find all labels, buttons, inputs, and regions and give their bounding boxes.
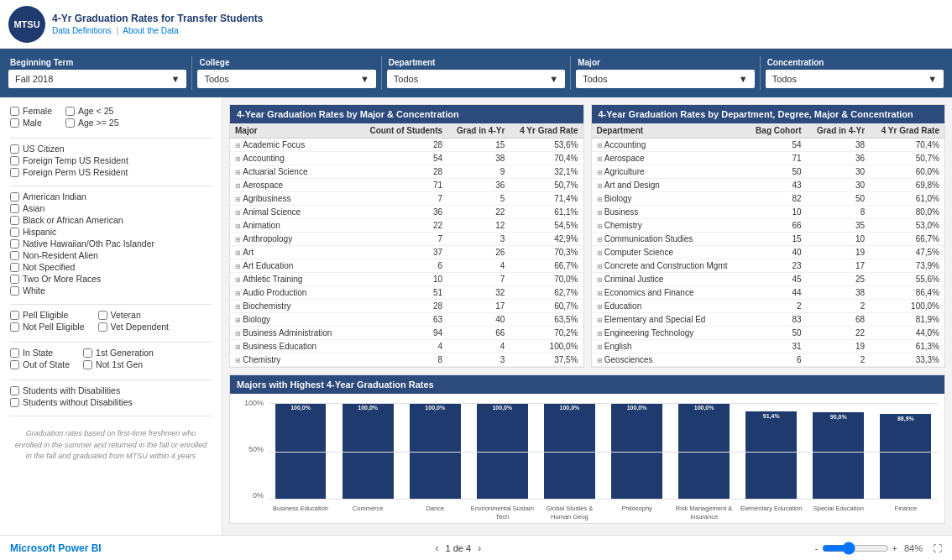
sidebar-item-asian[interactable]: Asian [10, 203, 212, 213]
bar-value-label: 100,0% [290, 405, 311, 411]
filter-divider-4 [760, 56, 761, 90]
table-row[interactable]: ⊞ Art372670,3% [230, 246, 583, 259]
sidebar-item-vet-dependent[interactable]: Vet Dependent [98, 322, 169, 332]
sidebar-item-not-first-gen[interactable]: Not 1st Gen [83, 359, 154, 369]
table1-col-major: Major [230, 123, 358, 139]
sidebar-item-first-gen[interactable]: 1st Generation [83, 348, 154, 358]
table-row[interactable]: ⊞ Agribusiness7571,4% [230, 192, 583, 206]
table-row[interactable]: ⊞ Actuarial Science28932,1% [230, 165, 583, 179]
sidebar-item-black-african[interactable]: Black or African American [10, 215, 212, 225]
sidebar-item-pell-eligible[interactable]: Pell Eligible [10, 310, 85, 320]
sidebar-item-hispanic[interactable]: Hispanic [10, 227, 212, 237]
bar-name-label: Elementary Education [740, 505, 803, 521]
table-row[interactable]: ⊞ Criminal Justice452555,6% [592, 273, 945, 286]
table-row[interactable]: ⊞ Communication Studies151066,7% [592, 233, 945, 246]
sidebar-item-male[interactable]: Male [10, 118, 52, 128]
table-row[interactable]: ⊞ Biochemistry281760,7% [230, 300, 583, 313]
sidebar-item-american-indian[interactable]: American Indian [10, 191, 212, 201]
table-row[interactable]: ⊞ Education22100,0% [592, 300, 945, 313]
table-dept-degree: 4-Year Graduation Rates by Department, D… [591, 104, 946, 368]
table-row[interactable]: ⊞ Business Administration946670,2% [230, 327, 583, 340]
header-links: Data Definitions | About the Data [52, 26, 263, 35]
table-row[interactable]: ⊞ Animal Science362261,1% [230, 206, 583, 219]
table-row[interactable]: ⊞ Concrete and Construction Mgmt231773,9… [592, 259, 945, 273]
sidebar-item-native-hawaiian[interactable]: Native Hawaiian/Oth Pac Islander [10, 238, 212, 249]
sidebar-item-out-of-state[interactable]: Out of State [10, 359, 70, 369]
sidebar-item-in-state[interactable]: In State [10, 348, 70, 358]
filter-college: College Todos ▼ [197, 58, 375, 88]
table-row[interactable]: ⊞ Accounting543870,4% [592, 139, 945, 152]
chart-y-label-50: 50% [237, 445, 264, 453]
sidebar-item-with-disability[interactable]: Students with Disabilities [10, 385, 212, 395]
zoom-slider[interactable] [822, 542, 889, 555]
table-row[interactable]: ⊞ Animation221254,5% [230, 219, 583, 233]
fullscreen-icon[interactable]: ⛶ [933, 543, 942, 553]
sidebar-item-age-gte25[interactable]: Age >= 25 [65, 118, 118, 128]
table-row[interactable]: ⊞ Geosciences6233,3% [592, 353, 945, 367]
sidebar-item-age-lt25[interactable]: Age < 25 [65, 106, 118, 116]
bar-value-label: 88,9% [897, 416, 914, 421]
about-data-link[interactable]: About the Data [123, 26, 179, 35]
table-row[interactable]: ⊞ Economics and Finance443886,4% [592, 286, 945, 300]
table-row[interactable]: ⊞ Elementary and Special Ed836881,9% [592, 313, 945, 327]
table-row[interactable]: ⊞ Chemistry663553,0% [592, 219, 945, 233]
table-row[interactable]: ⊞ Athletic Training10770,0% [230, 273, 583, 286]
filter-major-select[interactable]: Todos ▼ [576, 70, 754, 88]
sidebar-item-non-resident[interactable]: Non-Resident Alien [10, 250, 212, 260]
sidebar-residency-group: US Citizen Foreign Temp US Resident Fore… [10, 144, 212, 177]
chart-bar: 88,9% [880, 414, 931, 500]
sidebar-item-veteran[interactable]: Veteran [98, 310, 169, 320]
table-row[interactable]: ⊞ Biology634063,5% [230, 313, 583, 327]
table-row[interactable]: ⊞ Agriculture503060,0% [592, 165, 945, 179]
filter-department: Department Todos ▼ [387, 58, 565, 88]
chart-y-label-0: 0% [237, 491, 264, 500]
table-row[interactable]: ⊞ Art and Design433069,8% [592, 179, 945, 192]
sidebar-state-group: In State Out of State 1st Generation [10, 348, 212, 371]
sidebar-item-female[interactable]: Female [10, 106, 52, 116]
sidebar-item-without-disability[interactable]: Students without Disabilities [10, 397, 212, 407]
table-row[interactable]: ⊞ Business10880,0% [592, 206, 945, 219]
sidebar-item-white[interactable]: White [10, 285, 212, 296]
table-row[interactable]: ⊞ Biology825061,0% [592, 192, 945, 206]
pagination: ‹ 1 de 4 › [435, 542, 481, 554]
table-row[interactable]: ⊞ Art Education6466,7% [230, 259, 583, 273]
table-row[interactable]: ⊞ Accounting543870,4% [230, 152, 583, 165]
data-definitions-link[interactable]: Data Definitions [52, 26, 112, 35]
sidebar-item-not-specified[interactable]: Not Specified [10, 262, 212, 272]
filter-concentration-select[interactable]: Todos ▼ [766, 70, 944, 88]
sidebar-item-two-more[interactable]: Two Or More Races [10, 274, 212, 284]
filter-divider-1 [191, 56, 192, 90]
bar-name-label: Business Education [269, 505, 332, 521]
app-header: MTSU 4-Yr Graduation Rates for Transfer … [0, 0, 952, 49]
sidebar-item-not-pell[interactable]: Not Pell Eligible [10, 322, 85, 332]
sidebar-item-foreign-temp[interactable]: Foreign Temp US Resident [10, 155, 212, 165]
filter-college-select[interactable]: Todos ▼ [197, 70, 375, 88]
bar-name-label: Finance [874, 505, 938, 521]
table-row[interactable]: ⊞ Global Studies & Human Geog44100,0% [592, 367, 945, 368]
table-row[interactable]: ⊞ Business Education44100,0% [230, 340, 583, 353]
prev-page-button[interactable]: ‹ [435, 542, 438, 554]
sidebar-item-foreign-perm[interactable]: Foreign Perm US Resident [10, 167, 212, 177]
table2-col-grad: Grad in 4-Yr [807, 123, 871, 139]
next-page-button[interactable]: › [478, 542, 481, 554]
table-row[interactable]: ⊞ Aerospace713650,7% [230, 179, 583, 192]
table-row[interactable]: ⊞ Anthropology7342,9% [230, 233, 583, 246]
zoom-plus-button[interactable]: + [892, 543, 897, 553]
filter-department-select[interactable]: Todos ▼ [387, 70, 565, 88]
table-row[interactable]: ⊞ Engineering Technology502244,0% [592, 327, 945, 340]
bar-name-label: Risk Management & Insurance [672, 505, 736, 521]
bar-value-label: 90,0% [830, 414, 847, 420]
filter-beginning-term-select[interactable]: Fall 2018 ▼ [8, 70, 186, 88]
table-row[interactable]: ⊞ Computer Science401947,5% [592, 246, 945, 259]
table1-header: 4-Year Graduation Rates by Major & Conce… [230, 105, 583, 123]
zoom-minus-button[interactable]: - [815, 543, 819, 553]
table-row[interactable]: ⊞ Aerospace713650,7% [592, 152, 945, 165]
table-row[interactable]: ⊞ Commerce22100,0% [230, 367, 583, 368]
bar-value-label: 100,0% [358, 405, 378, 411]
table-row[interactable]: ⊞ Academic Focus281553,6% [230, 139, 583, 152]
filter-divider-2 [381, 56, 382, 90]
table-row[interactable]: ⊞ English311961,3% [592, 340, 945, 353]
sidebar-item-us-citizen[interactable]: US Citizen [10, 144, 212, 154]
table-row[interactable]: ⊞ Chemistry8337,5% [230, 353, 583, 367]
table-row[interactable]: ⊞ Audio Production513262,7% [230, 286, 583, 300]
